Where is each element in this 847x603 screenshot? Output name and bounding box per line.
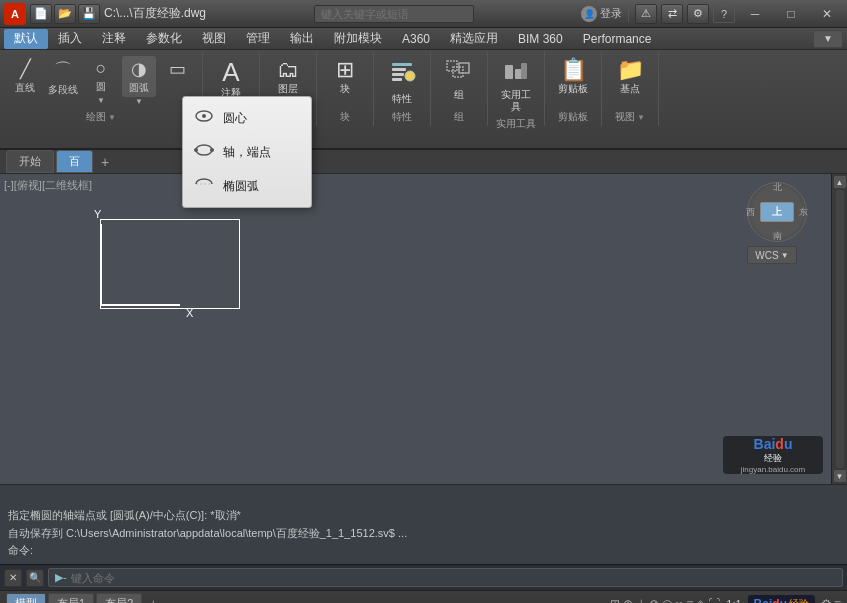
wcs-btn[interactable]: WCS ▼ <box>747 246 797 264</box>
transparency-icon[interactable]: ◈ <box>696 597 705 604</box>
status-tab-add[interactable]: + <box>144 595 162 604</box>
flyout-item-center[interactable]: 圆心 <box>183 101 311 135</box>
polar-icon[interactable]: ⊘ <box>649 597 659 604</box>
maximize-btn[interactable]: □ <box>775 5 807 23</box>
status-tab-model[interactable]: 模型 <box>6 593 46 603</box>
compass-ring[interactable]: 北 南 东 西 上 <box>747 182 807 242</box>
circle-dropdown-arrow[interactable]: ▼ <box>97 96 105 105</box>
snap-icon[interactable]: ⊕ <box>623 597 633 604</box>
search-input[interactable] <box>321 8 451 20</box>
block-label: 块 <box>340 83 350 95</box>
menu-annotate[interactable]: 注释 <box>92 29 136 49</box>
flyout-arc-icon <box>193 174 215 198</box>
draw-expand-icon[interactable]: ▼ <box>108 113 116 122</box>
save-btn[interactable]: 💾 <box>78 4 100 24</box>
flyout-item-axis[interactable]: 轴，端点 <box>183 135 311 169</box>
clipboard-btn[interactable]: 📋 剪贴板 <box>553 56 593 97</box>
ribbon-group-group: 组 组 <box>431 52 488 126</box>
base-label: 基点 <box>620 83 640 95</box>
command-input-bar: ✕ 🔍 ▶- <box>0 564 847 590</box>
canvas-area[interactable]: [-][俯视][二维线框] Y X 北 南 东 西 上 WCS ▼ <box>0 174 847 484</box>
layer-btn[interactable]: 🗂 图层 <box>268 56 308 97</box>
ribbon-group-utilities: 实用工具 实用工具 <box>488 52 545 126</box>
base-tools: 📁 基点 <box>610 56 650 108</box>
utilities-label: 实用工具 <box>498 89 534 113</box>
osnap-icon[interactable]: ◎ <box>662 597 672 604</box>
annotation-btn[interactable]: A 注释 <box>211 56 251 101</box>
tab-start[interactable]: 开始 <box>6 150 54 173</box>
properties-label: 特性 <box>392 93 412 105</box>
flyout-center-label: 圆心 <box>223 110 247 127</box>
tab-add-btn[interactable]: + <box>95 153 115 171</box>
divider <box>628 6 629 22</box>
settings-icon[interactable]: ⚙ <box>687 4 709 24</box>
polyline-btn[interactable]: ⌒ 多段线 <box>46 56 80 99</box>
select-icon[interactable]: ⛶ <box>708 597 720 604</box>
tab-drawing[interactable]: 百 <box>56 150 93 173</box>
title-bar: A 📄 📂 💾 C:\...\百度经验.dwg 👤 登录 ⚠ ⇄ ⚙ ? ─ □… <box>0 0 847 28</box>
viewcube-top[interactable]: 上 <box>760 202 794 222</box>
info-btn[interactable]: ⚠ <box>635 4 657 24</box>
base-btn[interactable]: 📁 基点 <box>610 56 650 97</box>
menu-parametric[interactable]: 参数化 <box>136 29 192 49</box>
menu-bim360[interactable]: BIM 360 <box>508 29 573 49</box>
menu-output[interactable]: 输出 <box>280 29 324 49</box>
scroll-down-btn[interactable]: ▼ <box>834 470 846 482</box>
cmd-search-btn[interactable]: 🔍 <box>26 569 44 587</box>
open-btn[interactable]: 📂 <box>54 4 76 24</box>
group-btn[interactable]: 组 <box>439 56 479 103</box>
ribbon: ╱ 直线 ⌒ 多段线 ○ 圆 ▼ <box>0 50 847 150</box>
status-tab-layout1[interactable]: 布局1 <box>48 593 94 603</box>
menu-view[interactable]: 视图 <box>192 29 236 49</box>
utilities-btn[interactable]: 实用工具 <box>496 56 536 115</box>
workspace-btn[interactable]: ▼ <box>813 30 843 48</box>
arc-dropdown-arrow[interactable]: ▼ <box>135 97 143 106</box>
block-btn[interactable]: ⊞ 块 <box>325 56 365 97</box>
menu-bar: 默认 插入 注释 参数化 视图 管理 输出 附加模块 A360 精选应用 BIM… <box>0 28 847 50</box>
menu-featured[interactable]: 精选应用 <box>440 29 508 49</box>
grid-icon[interactable]: ⊞ <box>610 597 620 604</box>
menu-performance[interactable]: Performance <box>573 29 662 49</box>
app-logo[interactable]: A <box>4 3 26 25</box>
polyline-tool-group: ⌒ 多段线 <box>46 56 80 99</box>
cmd-input[interactable] <box>71 572 836 584</box>
track-icon[interactable]: ∞ <box>675 597 684 604</box>
gear-icon[interactable]: ⚙ <box>821 597 832 604</box>
menu-default[interactable]: 默认 <box>4 29 48 49</box>
arc-btn[interactable]: ◑ 圆弧 <box>122 56 156 97</box>
circle-btn[interactable]: ○ 圆 <box>84 56 118 96</box>
svg-point-13 <box>196 145 212 155</box>
close-btn[interactable]: ✕ <box>811 5 843 23</box>
status-tab-layout2[interactable]: 布局2 <box>96 593 142 603</box>
exchange-btn[interactable]: ⇄ <box>661 4 683 24</box>
polyline-icon: ⌒ <box>54 58 72 82</box>
menu-a360[interactable]: A360 <box>392 29 440 49</box>
user-icon: 👤 <box>581 6 597 22</box>
lineweight-icon[interactable]: ≡ <box>686 597 693 604</box>
new-btn[interactable]: 📄 <box>30 4 52 24</box>
rect-btn[interactable]: ▭ <box>160 56 194 83</box>
svg-rect-1 <box>392 68 406 71</box>
cmd-close-btn[interactable]: ✕ <box>4 569 22 587</box>
menu-addons[interactable]: 附加模块 <box>324 29 392 49</box>
flyout-item-arc[interactable]: 椭圆弧 <box>183 169 311 203</box>
ribbon-group-base: 📁 基点 视图 ▼ <box>602 52 659 126</box>
properties-btn[interactable]: 特性 <box>382 56 422 107</box>
draw-tools: ╱ 直线 ⌒ 多段线 ○ 圆 ▼ <box>8 56 194 108</box>
minimize-btn[interactable]: ─ <box>739 5 771 23</box>
scroll-up-btn[interactable]: ▲ <box>834 176 846 188</box>
search-box[interactable] <box>314 5 474 23</box>
vertical-scrollbar[interactable]: ▲ ▼ <box>831 174 847 484</box>
line-btn[interactable]: ╱ 直线 <box>8 56 42 97</box>
menu-icon[interactable]: ≡ <box>834 597 841 604</box>
utilities-icon <box>502 59 530 87</box>
user-area[interactable]: 👤 登录 <box>581 6 622 22</box>
ortho-icon[interactable]: ⊥ <box>636 597 646 604</box>
svg-rect-0 <box>392 63 412 66</box>
menu-insert[interactable]: 插入 <box>48 29 92 49</box>
compass-north: 北 <box>773 181 782 194</box>
main-area: [-][俯视][二维线框] Y X 北 南 东 西 上 WCS ▼ <box>0 174 847 484</box>
view-expand-icon[interactable]: ▼ <box>637 113 645 122</box>
help-btn[interactable]: ? <box>713 5 735 23</box>
menu-manage[interactable]: 管理 <box>236 29 280 49</box>
